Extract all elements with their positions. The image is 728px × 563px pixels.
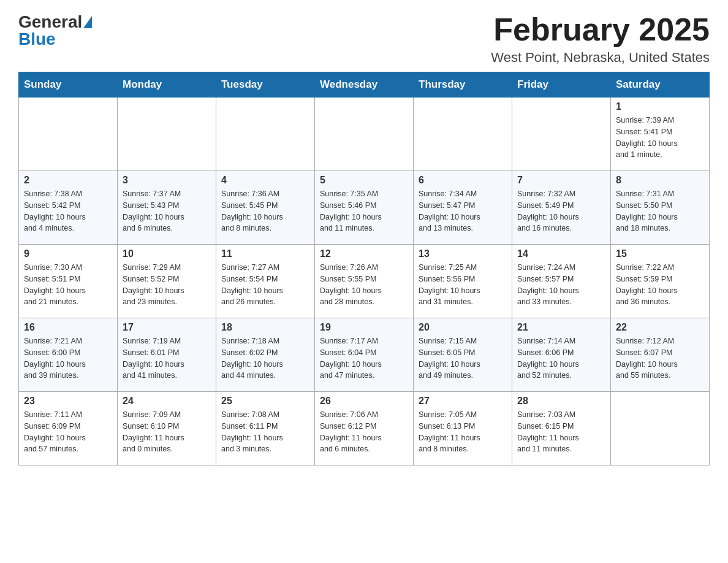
day-number: 17 <box>123 322 211 333</box>
day-info: Sunrise: 7:39 AM Sunset: 5:41 PM Dayligh… <box>616 115 704 161</box>
day-info: Sunrise: 7:24 AM Sunset: 5:57 PM Dayligh… <box>517 262 605 308</box>
calendar-cell: 17Sunrise: 7:19 AM Sunset: 6:01 PM Dayli… <box>118 318 216 392</box>
calendar-cell: 2Sunrise: 7:38 AM Sunset: 5:42 PM Daylig… <box>19 171 118 245</box>
day-number: 13 <box>419 248 507 259</box>
day-info: Sunrise: 7:05 AM Sunset: 6:13 PM Dayligh… <box>419 409 507 455</box>
day-info: Sunrise: 7:34 AM Sunset: 5:47 PM Dayligh… <box>419 188 507 234</box>
day-number: 18 <box>221 322 309 333</box>
col-sunday: Sunday <box>19 72 118 98</box>
day-info: Sunrise: 7:36 AM Sunset: 5:45 PM Dayligh… <box>221 188 309 234</box>
logo-triangle-icon <box>83 16 92 28</box>
calendar-cell: 23Sunrise: 7:11 AM Sunset: 6:09 PM Dayli… <box>19 392 118 465</box>
col-thursday: Thursday <box>414 72 512 98</box>
calendar-cell: 1Sunrise: 7:39 AM Sunset: 5:41 PM Daylig… <box>611 98 710 171</box>
calendar-cell: 19Sunrise: 7:17 AM Sunset: 6:04 PM Dayli… <box>315 318 414 392</box>
day-info: Sunrise: 7:29 AM Sunset: 5:52 PM Dayligh… <box>123 262 211 308</box>
day-number: 22 <box>616 322 704 333</box>
col-saturday: Saturday <box>611 72 710 98</box>
day-info: Sunrise: 7:09 AM Sunset: 6:10 PM Dayligh… <box>123 409 211 455</box>
day-info: Sunrise: 7:37 AM Sunset: 5:43 PM Dayligh… <box>123 188 211 234</box>
day-info: Sunrise: 7:15 AM Sunset: 6:05 PM Dayligh… <box>419 335 507 381</box>
calendar-title: February 2025 <box>491 12 710 47</box>
day-info: Sunrise: 7:18 AM Sunset: 6:02 PM Dayligh… <box>221 335 309 381</box>
day-info: Sunrise: 7:27 AM Sunset: 5:54 PM Dayligh… <box>221 262 309 308</box>
calendar-cell: 24Sunrise: 7:09 AM Sunset: 6:10 PM Dayli… <box>118 392 216 465</box>
col-tuesday: Tuesday <box>216 72 315 98</box>
day-info: Sunrise: 7:06 AM Sunset: 6:12 PM Dayligh… <box>320 409 408 455</box>
col-monday: Monday <box>118 72 216 98</box>
day-number: 12 <box>320 248 408 259</box>
calendar-cell: 27Sunrise: 7:05 AM Sunset: 6:13 PM Dayli… <box>414 392 512 465</box>
day-number: 14 <box>517 248 605 259</box>
day-info: Sunrise: 7:11 AM Sunset: 6:09 PM Dayligh… <box>24 409 112 455</box>
calendar-cell: 25Sunrise: 7:08 AM Sunset: 6:11 PM Dayli… <box>216 392 315 465</box>
day-number: 19 <box>320 322 408 333</box>
day-number: 9 <box>24 248 112 259</box>
calendar-cell <box>414 98 512 171</box>
calendar-cell <box>512 98 611 171</box>
calendar-cell: 15Sunrise: 7:22 AM Sunset: 5:59 PM Dayli… <box>611 245 710 318</box>
day-number: 16 <box>24 322 112 333</box>
calendar-cell: 6Sunrise: 7:34 AM Sunset: 5:47 PM Daylig… <box>414 171 512 245</box>
day-info: Sunrise: 7:08 AM Sunset: 6:11 PM Dayligh… <box>221 409 309 455</box>
calendar-cell: 28Sunrise: 7:03 AM Sunset: 6:15 PM Dayli… <box>512 392 611 465</box>
day-number: 25 <box>221 396 309 407</box>
calendar-cell <box>118 98 216 171</box>
day-info: Sunrise: 7:32 AM Sunset: 5:49 PM Dayligh… <box>517 188 605 234</box>
calendar-cell: 20Sunrise: 7:15 AM Sunset: 6:05 PM Dayli… <box>414 318 512 392</box>
calendar-table: Sunday Monday Tuesday Wednesday Thursday… <box>18 72 710 465</box>
day-number: 23 <box>24 396 112 407</box>
logo-blue-text: Blue <box>18 29 56 49</box>
day-number: 7 <box>517 175 605 186</box>
calendar-cell: 21Sunrise: 7:14 AM Sunset: 6:06 PM Dayli… <box>512 318 611 392</box>
day-info: Sunrise: 7:03 AM Sunset: 6:15 PM Dayligh… <box>517 409 605 455</box>
calendar-cell: 4Sunrise: 7:36 AM Sunset: 5:45 PM Daylig… <box>216 171 315 245</box>
day-info: Sunrise: 7:35 AM Sunset: 5:46 PM Dayligh… <box>320 188 408 234</box>
calendar-cell: 12Sunrise: 7:26 AM Sunset: 5:55 PM Dayli… <box>315 245 414 318</box>
calendar-cell: 26Sunrise: 7:06 AM Sunset: 6:12 PM Dayli… <box>315 392 414 465</box>
calendar-cell <box>315 98 414 171</box>
day-number: 8 <box>616 175 704 186</box>
week-row-1: 1Sunrise: 7:39 AM Sunset: 5:41 PM Daylig… <box>19 98 710 171</box>
calendar-cell: 8Sunrise: 7:31 AM Sunset: 5:50 PM Daylig… <box>611 171 710 245</box>
calendar-cell: 13Sunrise: 7:25 AM Sunset: 5:56 PM Dayli… <box>414 245 512 318</box>
calendar-cell: 18Sunrise: 7:18 AM Sunset: 6:02 PM Dayli… <box>216 318 315 392</box>
day-number: 2 <box>24 175 112 186</box>
day-info: Sunrise: 7:26 AM Sunset: 5:55 PM Dayligh… <box>320 262 408 308</box>
day-info: Sunrise: 7:14 AM Sunset: 6:06 PM Dayligh… <box>517 335 605 381</box>
day-number: 21 <box>517 322 605 333</box>
day-number: 3 <box>123 175 211 186</box>
day-info: Sunrise: 7:17 AM Sunset: 6:04 PM Dayligh… <box>320 335 408 381</box>
logo: General Blue <box>18 12 92 49</box>
calendar-cell <box>611 392 710 465</box>
week-row-2: 2Sunrise: 7:38 AM Sunset: 5:42 PM Daylig… <box>19 171 710 245</box>
day-number: 11 <box>221 248 309 259</box>
day-info: Sunrise: 7:25 AM Sunset: 5:56 PM Dayligh… <box>419 262 507 308</box>
calendar-cell: 16Sunrise: 7:21 AM Sunset: 6:00 PM Dayli… <box>19 318 118 392</box>
page-header: General Blue February 2025 West Point, N… <box>18 12 710 66</box>
calendar-cell <box>216 98 315 171</box>
calendar-cell: 7Sunrise: 7:32 AM Sunset: 5:49 PM Daylig… <box>512 171 611 245</box>
calendar-subtitle: West Point, Nebraska, United States <box>491 50 710 66</box>
calendar-cell: 5Sunrise: 7:35 AM Sunset: 5:46 PM Daylig… <box>315 171 414 245</box>
day-number: 6 <box>419 175 507 186</box>
day-number: 1 <box>616 101 704 112</box>
calendar-cell: 3Sunrise: 7:37 AM Sunset: 5:43 PM Daylig… <box>118 171 216 245</box>
day-number: 28 <box>517 396 605 407</box>
day-number: 24 <box>123 396 211 407</box>
week-row-4: 16Sunrise: 7:21 AM Sunset: 6:00 PM Dayli… <box>19 318 710 392</box>
calendar-cell: 10Sunrise: 7:29 AM Sunset: 5:52 PM Dayli… <box>118 245 216 318</box>
day-info: Sunrise: 7:19 AM Sunset: 6:01 PM Dayligh… <box>123 335 211 381</box>
day-number: 15 <box>616 248 704 259</box>
day-number: 10 <box>123 248 211 259</box>
day-number: 20 <box>419 322 507 333</box>
day-info: Sunrise: 7:38 AM Sunset: 5:42 PM Dayligh… <box>24 188 112 234</box>
calendar-cell: 14Sunrise: 7:24 AM Sunset: 5:57 PM Dayli… <box>512 245 611 318</box>
week-row-5: 23Sunrise: 7:11 AM Sunset: 6:09 PM Dayli… <box>19 392 710 465</box>
day-info: Sunrise: 7:31 AM Sunset: 5:50 PM Dayligh… <box>616 188 704 234</box>
col-friday: Friday <box>512 72 611 98</box>
day-info: Sunrise: 7:21 AM Sunset: 6:00 PM Dayligh… <box>24 335 112 381</box>
day-info: Sunrise: 7:22 AM Sunset: 5:59 PM Dayligh… <box>616 262 704 308</box>
day-number: 26 <box>320 396 408 407</box>
calendar-cell: 11Sunrise: 7:27 AM Sunset: 5:54 PM Dayli… <box>216 245 315 318</box>
